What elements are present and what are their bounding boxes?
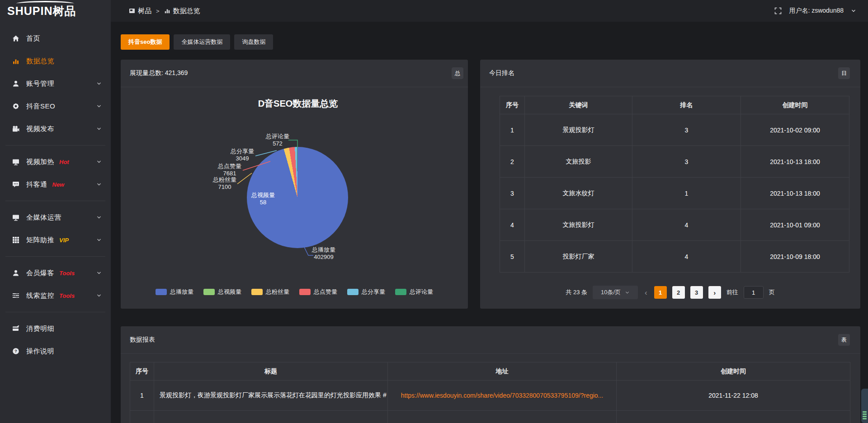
table-header-row: 序号 标题 地址 创建时间 [130,362,850,381]
goto-page-input[interactable] [744,286,764,299]
video-url-link[interactable]: https://www.iesdouyin.com/share/video/70… [401,392,604,399]
page-size-select[interactable]: 10条/页 [593,286,638,299]
help-icon: ? [12,348,19,355]
expense-icon [12,325,19,332]
created-cell [617,411,850,423]
page-button-3[interactable]: 3 [690,286,703,299]
keyword-cell: 景观投影灯 [525,114,632,146]
created-cell: 2021-10-02 09:00 [741,114,849,146]
chevron-down-icon [96,293,102,298]
logo: SHUPIN树品 [0,0,111,22]
tab-douyin-seo-data[interactable]: 抖音seo数据 [121,34,170,50]
sidebar-item-douyin-seo[interactable]: 抖音SEO [0,95,111,118]
total-badge-button[interactable]: 总 [452,67,463,79]
pie-label-fans: 总粉丝量7100 [204,176,245,191]
sidebar-divider [5,256,105,257]
legend-item-comments[interactable]: 总评论量 [395,288,433,296]
breadcrumb-item-data-overview[interactable]: 数据总览 [164,7,200,15]
chevron-down-icon [96,215,102,220]
legend-swatch [395,289,406,295]
top-bar: SHUPIN树品 树品 > 数据总览 用户名: zswodun88 [0,0,868,22]
new-badge: New [52,181,65,188]
chart-panel-header: 展现量总数: 421,369 总 [121,60,468,87]
url-cell [388,411,617,423]
sidebar-item-help[interactable]: ? 操作说明 [0,340,111,362]
data-source-tabs: 抖音seo数据 全媒体运营数据 询盘数据 [121,34,273,50]
next-page-button[interactable]: › [708,286,721,299]
pie-label-likes: 总点赞量7681 [209,163,250,177]
tools-badge: Tools [59,292,75,299]
sidebar: 首页 数据总览 账号管理 抖音SEO 视频发布 视频加热 Hot 抖客通 New… [0,22,111,423]
prev-page-button[interactable]: ‹ [643,289,649,296]
tab-inquiry-data[interactable]: 询盘数据 [234,34,273,50]
col-rank: 排名 [632,96,741,114]
sidebar-item-data-overview[interactable]: 数据总览 [0,50,111,72]
topbar-right: 用户名: zswodun88 [774,7,868,15]
chevron-down-icon [96,126,102,132]
matrix-icon [12,236,19,244]
legend-item-videos[interactable]: 总视频量 [203,288,241,296]
chevron-down-icon [96,182,102,187]
table-row: 4 文旅投影灯 4 2021-10-01 09:00 [500,209,849,241]
legend-swatch [251,289,263,295]
sidebar-item-home[interactable]: 首页 [0,27,111,50]
col-created: 创建时间 [617,362,850,381]
pagination-total: 共 23 条 [566,288,587,296]
account-icon [12,80,19,87]
sidebar-item-media-operation[interactable]: 全媒体运营 [0,206,111,229]
sidebar-item-expense-detail[interactable]: 消费明细 [0,317,111,340]
legend-item-likes[interactable]: 总点赞量 [299,288,337,296]
fullscreen-icon[interactable] [774,7,782,14]
chart-legend: 总播放量 总视频量 总粉丝量 总点赞量 总分享量 总评论量 [121,288,468,296]
report-panel: 数据报表 表 序号 标题 地址 创建时间 1 景观投影灯，夜游景观投影灯厂家展示… [121,326,860,423]
logo-arc [16,1,74,6]
rank-cell: 1 [632,178,741,209]
sidebar-item-account[interactable]: 账号管理 [0,72,111,95]
rank-cell: 4 [632,209,741,241]
page-button-1[interactable]: 1 [654,286,667,299]
col-index: 序号 [500,96,525,114]
sidebar-item-clue-monitor[interactable]: 线索监控 Tools [0,284,111,307]
legend-item-fans[interactable]: 总粉丝量 [251,288,289,296]
pie-label-videos: 总视频量58 [243,192,283,206]
svg-text:?: ? [14,348,17,353]
table-row: 2 文旅投影 3 2021-10-13 18:00 [500,146,849,178]
daily-badge-button[interactable]: 日 [838,67,850,79]
sidebar-divider [5,145,105,146]
sidebar-item-video-heat[interactable]: 视频加热 Hot [0,150,111,173]
sidebar-divider [5,312,105,312]
breadcrumb-item-shupin[interactable]: 树品 [129,7,151,15]
index-cell: 3 [500,178,525,209]
report-title: 数据报表 [130,336,155,344]
legend-item-shares[interactable]: 总分享量 [347,288,385,296]
col-index: 序号 [130,362,154,381]
legend-swatch [203,289,215,295]
chevron-down-icon [96,159,102,164]
table-row [130,411,850,423]
breadcrumb-separator: > [156,8,160,14]
pie-label-comments: 总评论量572 [257,133,298,147]
chevron-down-icon[interactable] [851,8,856,14]
app-icon [129,8,135,14]
floating-contact-widget[interactable] [861,389,868,423]
sidebar-item-member-burst[interactable]: 会员爆客 Tools [0,262,111,284]
table-row: 1 景观投影灯 3 2021-10-02 09:00 [500,114,849,146]
legend-swatch [299,289,311,295]
index-cell: 4 [500,209,525,241]
chevron-down-icon [96,81,102,86]
page-button-2[interactable]: 2 [672,286,685,299]
col-url: 地址 [388,362,617,381]
sidebar-item-douketong[interactable]: 抖客通 New [0,173,111,196]
keyword-cell: 文旅投影 [525,146,632,178]
goto-unit: 页 [769,288,775,296]
table-row: 3 文旅水纹灯 1 2021-10-13 18:00 [500,178,849,209]
sidebar-item-video-publish[interactable]: 视频发布 [0,118,111,140]
home-icon [12,35,19,42]
bar-chart-icon [164,8,170,14]
tab-media-operation-data[interactable]: 全媒体运营数据 [174,34,230,50]
legend-item-plays[interactable]: 总播放量 [156,288,193,296]
username[interactable]: 用户名: zswodun88 [789,7,844,15]
sidebar-item-matrix-boost[interactable]: 矩阵助推 VIP [0,229,111,251]
index-cell: 1 [130,381,154,411]
table-badge-button[interactable]: 表 [838,334,850,346]
